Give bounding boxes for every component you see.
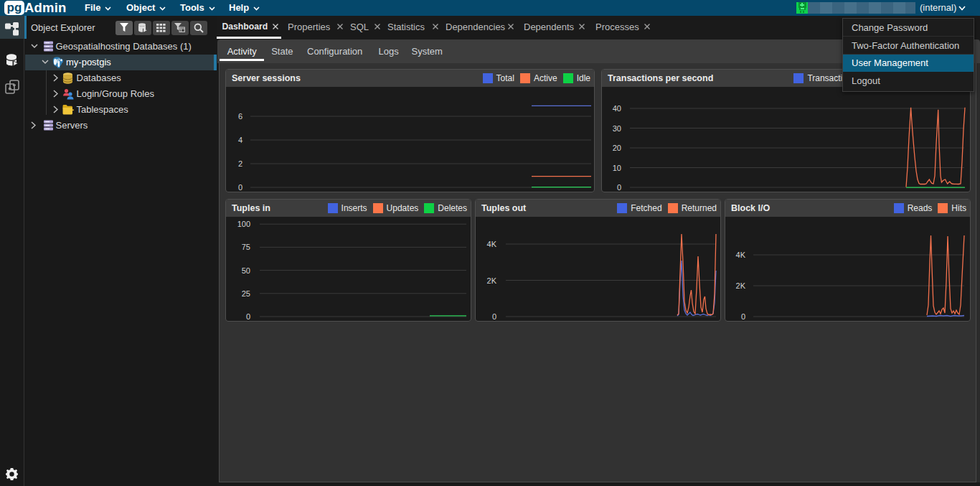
svg-text:75: 75 (242, 243, 250, 251)
svg-text:100: 100 (237, 220, 250, 228)
svg-text:4K: 4K (487, 240, 497, 248)
svg-text:4: 4 (238, 136, 242, 144)
svg-text:10: 10 (613, 164, 621, 172)
svg-text:30: 30 (613, 124, 621, 133)
svg-text:4K: 4K (736, 251, 746, 259)
svg-text:2K: 2K (487, 276, 497, 285)
svg-text:2: 2 (238, 159, 242, 168)
svg-text:0: 0 (238, 183, 242, 192)
svg-text:2K: 2K (736, 281, 746, 290)
svg-text:0: 0 (246, 312, 250, 321)
svg-text:6: 6 (238, 112, 242, 121)
svg-text:50: 50 (242, 266, 250, 275)
svg-text:20: 20 (613, 144, 621, 152)
svg-text:25: 25 (242, 289, 250, 298)
svg-text:0: 0 (617, 183, 621, 192)
svg-text:40: 40 (613, 104, 621, 113)
svg-text:0: 0 (741, 312, 745, 321)
svg-text:0: 0 (492, 312, 496, 321)
